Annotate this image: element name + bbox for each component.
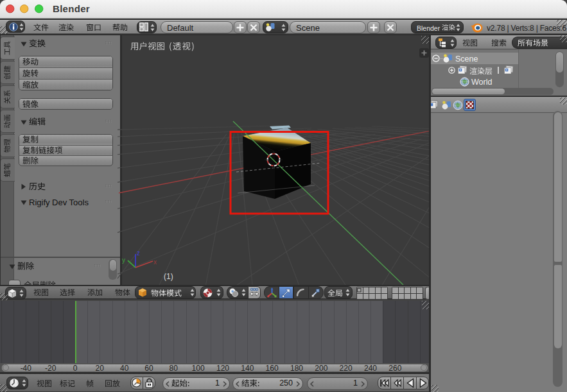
svg-text:x: x [153,259,157,266]
svg-text:z: z [137,250,140,257]
svg-text:y: y [122,257,125,264]
